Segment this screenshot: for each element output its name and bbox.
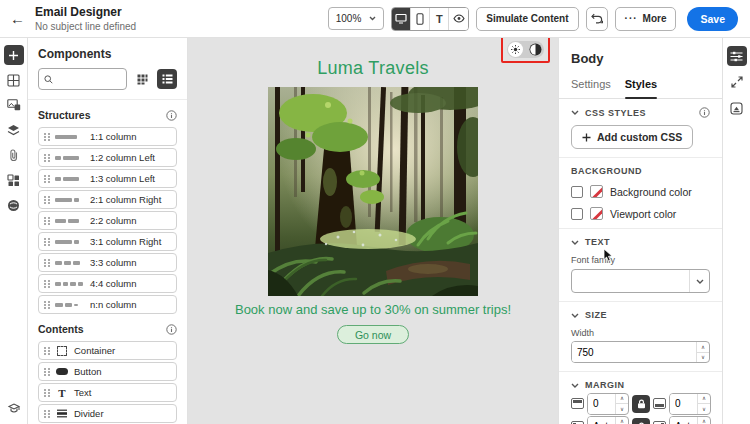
- components-search-input[interactable]: [57, 74, 121, 85]
- content-item[interactable]: Button: [38, 362, 177, 381]
- chevron-down-icon: [369, 16, 376, 21]
- structure-item[interactable]: 2:1 column Right: [38, 190, 177, 209]
- mobile-view-button[interactable]: [411, 8, 430, 30]
- background-color-checkbox[interactable]: [571, 186, 583, 198]
- fragments-button[interactable]: [4, 170, 24, 190]
- assets-button[interactable]: [4, 95, 24, 115]
- desktop-view-button[interactable]: [392, 8, 411, 30]
- structure-item[interactable]: 1:2 column Left: [38, 148, 177, 167]
- no-color-swatch[interactable]: [590, 185, 603, 198]
- structure-item[interactable]: n:n column: [38, 295, 177, 314]
- structure-item[interactable]: 3:3 column: [38, 253, 177, 272]
- tab-settings[interactable]: Settings: [571, 78, 611, 98]
- structure-item[interactable]: 1:3 column Left: [38, 169, 177, 188]
- contents-info-button[interactable]: [166, 324, 177, 335]
- drag-handle-icon[interactable]: [44, 154, 50, 162]
- links-button[interactable]: [4, 145, 24, 165]
- margin-horizontal-lock-button[interactable]: [632, 418, 650, 424]
- shortcuts-button[interactable]: [727, 72, 747, 92]
- structure-grid-button[interactable]: [4, 70, 24, 90]
- content-item[interactable]: TText: [38, 383, 177, 402]
- css-styles-collapse-button[interactable]: [571, 110, 579, 115]
- margin-left-field: ∧∨: [587, 416, 629, 424]
- css-styles-info-button[interactable]: [699, 107, 710, 118]
- width-stepper[interactable]: ∧∨: [696, 342, 709, 362]
- margin-right-stepper[interactable]: ∧∨: [697, 417, 710, 424]
- preview-button[interactable]: [449, 8, 468, 30]
- undo-button[interactable]: [586, 7, 608, 31]
- email-canvas[interactable]: Luma Travels: [188, 38, 558, 424]
- column-glyph: [55, 135, 85, 139]
- margin-left-input[interactable]: [588, 417, 615, 424]
- hero-image[interactable]: [268, 87, 478, 296]
- margin-collapse-button[interactable]: [571, 383, 579, 388]
- margin-vertical-lock-button[interactable]: [632, 395, 650, 413]
- theme-toggle[interactable]: [507, 41, 544, 58]
- margin-left-stepper[interactable]: ∧∨: [615, 417, 628, 424]
- stepper-down-icon[interactable]: ∨: [697, 353, 709, 363]
- drag-handle-icon[interactable]: [44, 133, 50, 141]
- email-cta-button[interactable]: Go now: [337, 325, 409, 344]
- more-button[interactable]: ··· More: [615, 7, 677, 31]
- zoom-select[interactable]: 100%: [328, 7, 385, 30]
- structure-item[interactable]: 2:2 column: [38, 211, 177, 230]
- stepper-up-icon[interactable]: ∧: [697, 342, 709, 353]
- guided-learning-button[interactable]: [4, 398, 24, 418]
- drag-handle-icon[interactable]: [44, 389, 50, 397]
- layers-button[interactable]: [4, 120, 24, 140]
- size-section: SIZE Width ∧∨: [559, 302, 722, 372]
- margin-top-stepper[interactable]: ∧∨: [615, 394, 628, 414]
- viewport-color-checkbox[interactable]: [571, 208, 583, 220]
- drag-handle-icon[interactable]: [44, 175, 50, 183]
- text-view-button[interactable]: T: [430, 8, 449, 30]
- margin-bottom-input[interactable]: [670, 394, 697, 414]
- drag-handle-icon[interactable]: [44, 280, 50, 288]
- drag-handle-icon[interactable]: [44, 217, 50, 225]
- email-tagline[interactable]: Book now and save up to 30% on summer tr…: [235, 302, 511, 317]
- no-color-swatch[interactable]: [590, 207, 603, 220]
- grid-view-button[interactable]: [132, 69, 152, 89]
- drag-handle-icon[interactable]: [44, 368, 50, 376]
- structure-item[interactable]: 4:4 column: [38, 274, 177, 293]
- drag-handle-icon[interactable]: [44, 259, 50, 267]
- margin-top-input[interactable]: [588, 394, 615, 414]
- list-view-button[interactable]: [157, 69, 177, 89]
- drag-handle-icon[interactable]: [44, 347, 50, 355]
- structure-item[interactable]: 3:1 column Right: [38, 232, 177, 251]
- style-properties-button[interactable]: [727, 46, 747, 66]
- save-button[interactable]: Save: [687, 7, 738, 31]
- list-view-icon: [162, 74, 173, 84]
- drag-handle-icon[interactable]: [44, 410, 50, 418]
- chevron-down-icon: [571, 240, 579, 245]
- structure-item[interactable]: 1:1 column: [38, 127, 177, 146]
- margin-right-input[interactable]: [670, 417, 697, 424]
- save-label: Save: [700, 13, 725, 25]
- width-field: ∧∨: [571, 341, 710, 363]
- structures-label: Structures: [38, 109, 91, 121]
- content-item[interactable]: Divider: [38, 404, 177, 423]
- page-title: Email Designer: [35, 5, 136, 19]
- asset-badge-button[interactable]: [727, 98, 747, 118]
- font-family-picker[interactable]: [571, 269, 710, 293]
- zoom-value: 100%: [336, 13, 362, 24]
- drag-handle-icon[interactable]: [44, 301, 50, 309]
- add-custom-css-button[interactable]: Add custom CSS: [571, 125, 693, 149]
- info-icon: [166, 110, 177, 121]
- content-item[interactable]: Container: [38, 341, 177, 360]
- text-collapse-button[interactable]: [571, 240, 579, 245]
- drag-handle-icon[interactable]: [44, 238, 50, 246]
- font-family-input[interactable]: [572, 275, 689, 287]
- width-input[interactable]: [572, 342, 696, 362]
- size-collapse-button[interactable]: [571, 313, 579, 318]
- tab-styles[interactable]: Styles: [625, 78, 657, 98]
- margin-bottom-stepper[interactable]: ∧∨: [697, 394, 710, 414]
- drag-handle-icon[interactable]: [44, 196, 50, 204]
- background-label: BACKGROUND: [571, 166, 642, 176]
- simulate-content-button[interactable]: Simulate Content: [476, 7, 578, 31]
- email-brand-heading[interactable]: Luma Travels: [317, 58, 429, 79]
- add-components-button[interactable]: [4, 45, 24, 65]
- undo-icon: [591, 13, 603, 24]
- back-button[interactable]: ←: [10, 11, 25, 26]
- structures-info-button[interactable]: [166, 110, 177, 121]
- brand-button[interactable]: [4, 195, 24, 215]
